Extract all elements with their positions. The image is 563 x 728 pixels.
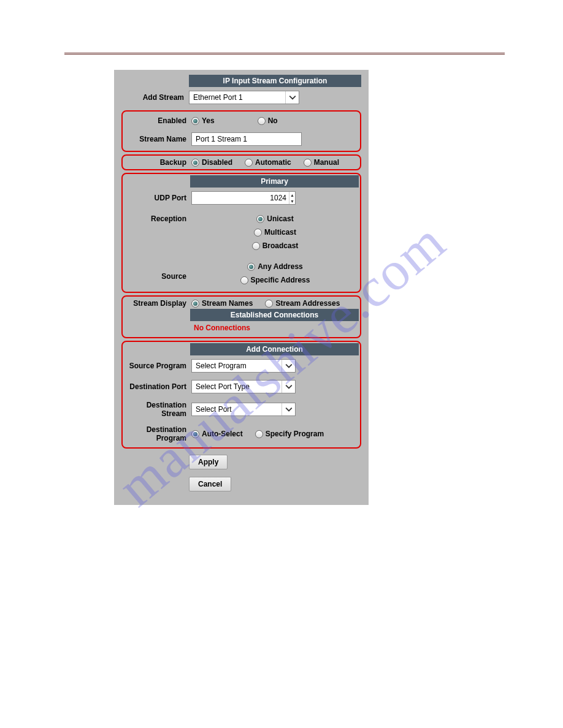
radio-source-any[interactable]: Any Address (247, 262, 303, 271)
radio-display-addresses[interactable]: Stream Addresses (265, 299, 340, 308)
panel-title: IP Input Stream Configuration (189, 75, 361, 87)
radio-dest-auto[interactable]: Auto-Select (191, 430, 243, 438)
no-connections-text: No Connections (194, 321, 359, 336)
add-stream-select[interactable]: Ethernet Port 1 (189, 91, 299, 104)
radio-backup-automatic[interactable]: Automatic (245, 158, 291, 167)
label-dest-port: Destination Port (124, 382, 191, 391)
chevron-down-icon (282, 403, 295, 415)
radio-reception-unicast[interactable]: Unicast (256, 214, 293, 223)
label-backup: Backup (124, 158, 191, 167)
udp-port-input[interactable]: ▲▼ (191, 191, 296, 205)
dest-port-value: Select Port Type (192, 382, 282, 391)
group-add-connection: Add Connection Source Program Select Pro… (121, 341, 361, 449)
config-panel: IP Input Stream Configuration Add Stream… (114, 70, 369, 505)
label-stream-name: Stream Name (124, 135, 191, 143)
chevron-down-icon (282, 381, 295, 393)
dest-stream-value: Select Port (192, 405, 282, 414)
radio-reception-multicast[interactable]: Multicast (254, 228, 296, 237)
source-program-value: Select Program (192, 362, 282, 370)
radio-reception-broadcast[interactable]: Broadcast (252, 241, 299, 250)
group-enabled-name: Enabled Yes No Stream Name (121, 110, 361, 152)
add-stream-value: Ethernet Port 1 (190, 93, 285, 102)
group-backup: Backup Disabled Automatic Manual (121, 154, 361, 170)
label-reception: Reception (124, 212, 191, 223)
page-divider (64, 53, 505, 55)
label-enabled: Enabled (124, 116, 191, 125)
radio-backup-manual[interactable]: Manual (304, 158, 339, 167)
radio-source-specific[interactable]: Specific Address (240, 276, 310, 284)
label-stream-display: Stream Display (124, 299, 191, 308)
apply-button[interactable]: Apply (189, 455, 228, 469)
group-primary: Primary UDP Port ▲▼ Reception Unicast Mu… (121, 173, 361, 293)
group-stream-display: Stream Display Stream Names Stream Addre… (121, 295, 361, 338)
label-source-program: Source Program (124, 362, 191, 370)
udp-port-field[interactable] (192, 192, 289, 204)
stream-name-input[interactable] (191, 132, 302, 146)
label-add-stream: Add Stream (121, 93, 189, 102)
radio-backup-disabled[interactable]: Disabled (191, 158, 232, 167)
label-dest-program: Destination Program (124, 425, 191, 442)
source-program-select[interactable]: Select Program (191, 359, 296, 373)
chevron-down-icon (282, 360, 295, 372)
row-add-stream: Add Stream Ethernet Port 1 (121, 87, 361, 108)
label-dest-stream: Destination Stream (124, 401, 191, 418)
primary-header: Primary (190, 175, 359, 188)
label-source: Source (124, 260, 191, 281)
radio-dest-specify[interactable]: Specify Program (255, 430, 324, 438)
cancel-button[interactable]: Cancel (189, 477, 231, 491)
radio-enabled-no[interactable]: No (258, 116, 278, 125)
radio-enabled-yes[interactable]: Yes (191, 116, 215, 125)
established-header: Established Connections (190, 309, 359, 321)
add-connection-header: Add Connection (190, 343, 359, 355)
button-row: Apply Cancel (189, 451, 361, 495)
dest-stream-select[interactable]: Select Port (191, 403, 296, 416)
chevron-down-icon (285, 91, 299, 104)
label-udp-port: UDP Port (124, 194, 191, 202)
radio-display-names[interactable]: Stream Names (191, 299, 253, 308)
udp-port-spinner[interactable]: ▲▼ (289, 192, 295, 204)
dest-port-select[interactable]: Select Port Type (191, 380, 296, 393)
